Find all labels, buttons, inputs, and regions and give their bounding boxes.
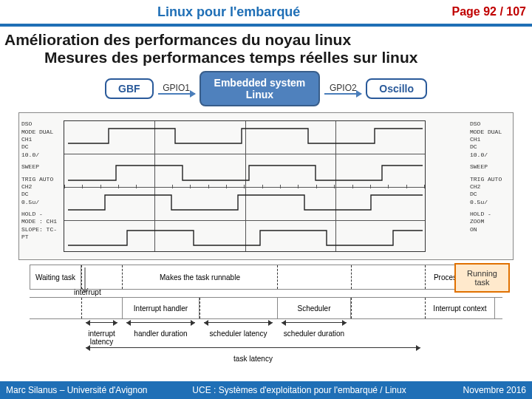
arrow-gpio1: GPIO1 xyxy=(158,83,195,95)
oscilloscope-screenshot: DSO MODE DUAL CH1 DC 10.0/ SWEEP TRIG AU… xyxy=(18,112,514,260)
cell-interrupt-context: Interrupt context xyxy=(425,298,495,318)
heading-sub: Mesures des performances temps réelles s… xyxy=(44,49,532,66)
running-task-box: Running task xyxy=(454,263,510,293)
cell-waiting-task: Waiting task xyxy=(30,265,81,289)
label-gpio1: GPIO1 xyxy=(163,83,190,93)
lat-scheduler-duration: scheduler duration xyxy=(277,322,351,346)
scope-right-readout: DSO MODE DUAL CH1 DC 10.0/ SWEEP TRIG AU… xyxy=(470,120,511,233)
slide-title: Linux pour l'embarqué xyxy=(6,4,451,20)
lat-interrupt: interrupt latency xyxy=(81,322,122,346)
timing-diagram: Running task Waiting task Makes the task… xyxy=(30,265,502,363)
lat-scheduler-latency: scheduler latency xyxy=(200,322,277,346)
signal-flow: GBF GPIO1 Embedded system Linux GPIO2 Os… xyxy=(15,71,517,106)
footer-date: Novembre 2016 xyxy=(445,385,526,395)
page-indicator: Page 92 / 107 xyxy=(451,5,526,18)
embedded-line2: Linux xyxy=(214,89,306,100)
footer-author: Marc Silanus – Université d'Avignon xyxy=(6,385,154,395)
cell-makes-runnable: Makes the task runnable xyxy=(122,265,277,289)
cell-interrupt-handler: Interrupt handler xyxy=(122,298,200,318)
label-gpio2: GPIO2 xyxy=(330,83,357,93)
node-oscillo: Oscillo xyxy=(366,78,427,99)
cell-scheduler: Scheduler xyxy=(277,298,351,318)
node-embedded: Embedded system Linux xyxy=(200,71,321,106)
lat-handler: handler duration xyxy=(122,322,200,346)
embedded-line1: Embedded system xyxy=(214,77,306,89)
node-gbf: GBF xyxy=(105,78,154,99)
scope-grid xyxy=(64,120,426,252)
footer-course: UCE : Systèmes d'exploitation pour l'emb… xyxy=(154,385,445,395)
header-bar: Linux pour l'embarqué Page 92 / 107 xyxy=(0,0,532,27)
scope-left-readout: DSO MODE DUAL CH1 DC 10.0/ SWEEP TRIG AU… xyxy=(21,120,62,241)
footer-bar: Marc Silanus – Université d'Avignon UCE … xyxy=(0,381,532,399)
arrow-gpio2: GPIO2 xyxy=(324,83,361,95)
heading-main: Amélioration des performances du noyau l… xyxy=(4,31,532,49)
lat-task: task latency xyxy=(81,347,425,363)
